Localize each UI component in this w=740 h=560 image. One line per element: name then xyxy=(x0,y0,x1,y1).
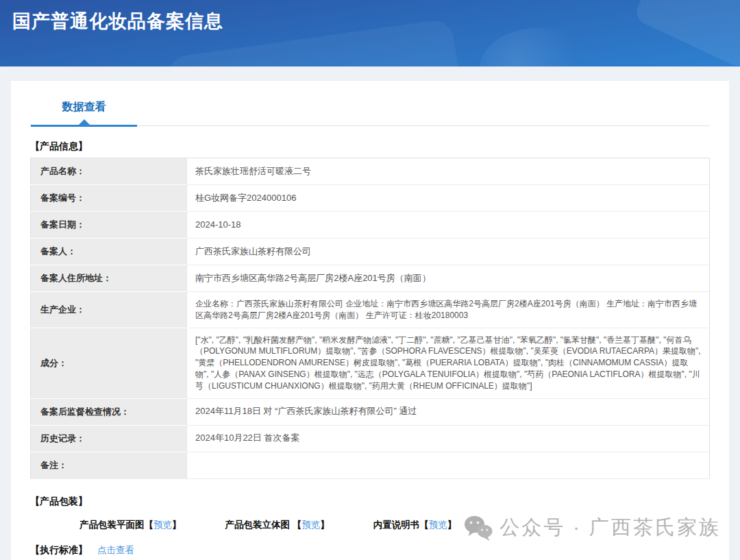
packaging-item-label: 产品包装立体图 xyxy=(225,520,293,530)
table-row-post-record-inspection: 备案后监督检查情况：2024年11月18日 对 “广西茶氏家族山茶籽有限公司” … xyxy=(31,398,710,425)
row-label: 成分： xyxy=(31,328,187,398)
packaging-item: 产品包装立体图 【预览】 xyxy=(225,519,330,531)
row-label: 历史记录： xyxy=(31,425,187,452)
bracket-close: 】 xyxy=(172,520,182,530)
page-header: 国产普通化妆品备案信息 xyxy=(0,0,740,66)
row-value: 企业名称：广西茶氏家族山茶籽有限公司 企业地址：南宁市西乡塘区高华路2号高层厂房… xyxy=(187,292,710,328)
table-row-ingredients: 成分：["水", "乙醇", "乳酸杆菌发酵产物", "稻米发酵产物滤液", "… xyxy=(31,328,710,398)
preview-link[interactable]: 预览 xyxy=(429,520,447,530)
row-value: 2024年11月18日 对 “广西茶氏家族山茶籽有限公司” 通过 xyxy=(187,398,710,425)
packaging-item-label: 内置说明书 xyxy=(373,520,420,530)
row-label: 备案人： xyxy=(31,239,187,265)
preview-link[interactable]: 预览 xyxy=(153,520,172,530)
standards-view-link[interactable]: 点击查看 xyxy=(97,544,134,557)
packaging-item: 产品包装平面图【预览】 xyxy=(79,519,182,531)
table-row-registrant: 备案人：广西茶氏家族山茶籽有限公司 xyxy=(31,239,710,265)
row-value: ["水", "乙醇", "乳酸杆菌发酵产物", "稻米发酵产物滤液", "丁二醇… xyxy=(187,328,710,398)
packaging-item: 内置说明书【预览】 xyxy=(373,519,457,531)
table-row-manufacturer: 生产企业：企业名称：广西茶氏家族山茶籽有限公司 企业地址：南宁市西乡塘区高华路2… xyxy=(31,292,710,328)
row-value xyxy=(187,452,710,478)
bracket-close: 】 xyxy=(320,520,330,530)
row-label: 备案人住所地址： xyxy=(31,265,187,292)
table-row-record-number: 备案编号：桂G妆网备字2024000106 xyxy=(31,185,710,212)
product-info-table: 产品名称：茶氏家族壮瑶舒活可暖液二号备案编号：桂G妆网备字2024000106备… xyxy=(30,158,710,479)
table-row-history: 历史记录：2024年10月22日 首次备案 xyxy=(31,425,710,452)
row-label: 备案日期： xyxy=(31,212,187,239)
row-value: 2024年10月22日 首次备案 xyxy=(187,425,710,452)
packaging-item-label: 产品包装平面图 xyxy=(79,520,145,530)
bracket-open: 【 xyxy=(419,520,429,530)
page-title: 国产普通化妆品备案信息 xyxy=(0,0,740,34)
row-label: 备注： xyxy=(31,452,187,478)
row-value: 桂G妆网备字2024000106 xyxy=(187,185,710,212)
row-value: 广西茶氏家族山茶籽有限公司 xyxy=(187,239,710,265)
row-value: 茶氏家族壮瑶舒活可暖液二号 xyxy=(187,158,710,185)
row-label: 备案编号： xyxy=(31,185,187,212)
packaging-links-row: 产品包装平面图【预览】产品包装立体图 【预览】内置说明书【预览】 xyxy=(79,519,710,531)
table-row-registrant-address: 备案人住所地址：南宁市西乡塘区高华路2号高层厂房2楼A座201号房（南面） xyxy=(31,265,710,292)
row-label: 产品名称： xyxy=(31,158,187,185)
tab-active-arrow-icon xyxy=(79,119,90,125)
standards-section: 【执行标准】 点击查看 xyxy=(30,544,710,557)
packaging-section-title: 【产品包装】 xyxy=(30,496,710,508)
table-row-remarks: 备注： xyxy=(31,452,710,478)
bracket-open: 【 xyxy=(145,520,154,530)
tab-bar: 数据查看 xyxy=(30,100,710,126)
table-row-product-name: 产品名称：茶氏家族壮瑶舒活可暖液二号 xyxy=(31,158,710,185)
preview-link[interactable]: 预览 xyxy=(301,520,320,530)
row-label: 备案后监督检查情况： xyxy=(31,398,187,425)
standards-section-title: 【执行标准】 xyxy=(30,544,88,557)
tab-data-view-label: 数据查看 xyxy=(62,101,106,112)
table-row-record-date: 备案日期：2024-10-18 xyxy=(31,212,710,239)
product-info-section-title: 【产品信息】 xyxy=(30,141,710,153)
bracket-open: 【 xyxy=(293,520,302,530)
row-label: 生产企业： xyxy=(31,292,187,328)
page: 国产普通化妆品备案信息 数据查看 【产品信息】 产品名称：茶氏家族壮瑶舒活可暖液… xyxy=(0,0,740,560)
row-value: 南宁市西乡塘区高华路2号高层厂房2楼A座201号房（南面） xyxy=(187,265,710,292)
tab-data-view[interactable]: 数据查看 xyxy=(31,100,137,127)
bracket-close: 】 xyxy=(447,520,457,530)
content-card: 数据查看 【产品信息】 产品名称：茶氏家族壮瑶舒活可暖液二号备案编号：桂G妆网备… xyxy=(11,81,729,560)
content-area: 数据查看 【产品信息】 产品名称：茶氏家族壮瑶舒活可暖液二号备案编号：桂G妆网备… xyxy=(0,66,740,560)
row-value: 2024-10-18 xyxy=(187,212,710,239)
